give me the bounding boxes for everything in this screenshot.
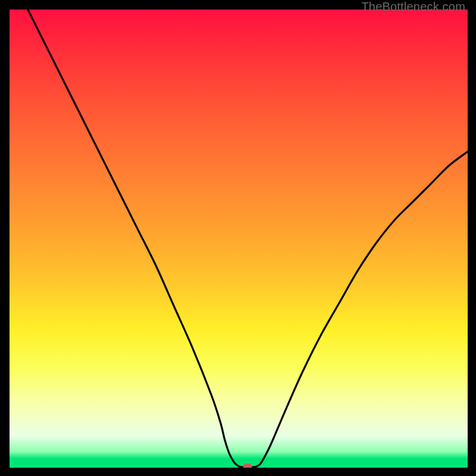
- optimal-marker: [243, 464, 252, 468]
- watermark-text: TheBottleneck.com: [361, 0, 465, 14]
- bottleneck-curve: [10, 10, 468, 468]
- chart-frame: TheBottleneck.com: [0, 0, 476, 476]
- plot-area: [10, 10, 468, 468]
